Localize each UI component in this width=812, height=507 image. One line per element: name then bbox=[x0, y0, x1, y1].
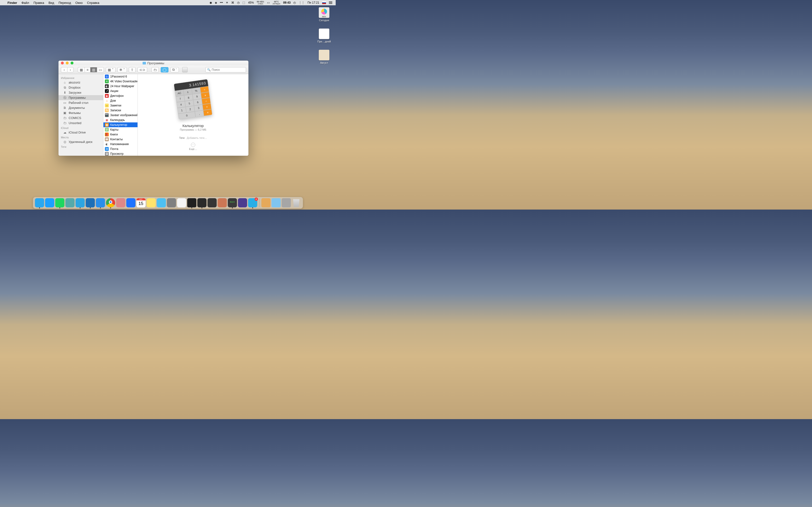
notification-center-icon[interactable] bbox=[327, 1, 334, 4]
sidebar-item-comics[interactable]: 🗀COMICS bbox=[58, 115, 103, 120]
view-gallery-button[interactable]: ▭ bbox=[97, 67, 104, 72]
view-list-button[interactable]: ≡ bbox=[85, 67, 90, 72]
forward-button[interactable]: › bbox=[67, 67, 73, 72]
status-battery-icon[interactable]: ▭ bbox=[266, 1, 271, 4]
drag-proxy-icon[interactable] bbox=[182, 67, 188, 72]
app-row[interactable]: ✉Почта bbox=[103, 147, 138, 151]
dock-app-spotify[interactable] bbox=[55, 198, 64, 207]
dock-app-appstore[interactable] bbox=[45, 198, 54, 207]
app-row[interactable]: ☎Контакты bbox=[103, 137, 138, 142]
status-clock-icon[interactable]: ◴ bbox=[292, 1, 297, 4]
tags-button[interactable]: ⊂⊃ bbox=[138, 67, 147, 72]
status-datetime[interactable]: Пн 17:21 bbox=[306, 1, 321, 4]
action-button[interactable]: ✻ ˅ bbox=[117, 67, 127, 72]
dock-app-notes[interactable] bbox=[146, 198, 156, 207]
sidebar-item-movies[interactable]: ▣Фильмы bbox=[58, 110, 103, 115]
dock-app-telegram[interactable] bbox=[75, 198, 85, 207]
sidebar-item-downloads[interactable]: ⬇Загрузки bbox=[58, 90, 103, 95]
new-folder-button[interactable]: 🗀 bbox=[152, 67, 159, 72]
status-netspeed[interactable]: 89 КБ/с 3 КБ/с bbox=[255, 1, 266, 5]
app-row[interactable]: ◐24 Hour Wallpaper bbox=[103, 84, 138, 89]
menu-edit[interactable]: Правка bbox=[32, 1, 46, 5]
status-creative-icon[interactable]: ⌘ bbox=[230, 1, 236, 4]
menu-window[interactable]: Окно bbox=[73, 1, 85, 5]
dock-app-terminal[interactable] bbox=[187, 198, 196, 207]
status-battery[interactable]: 45% bbox=[247, 1, 255, 4]
dock-app-calc-dock[interactable] bbox=[217, 198, 227, 207]
status-weather-icon[interactable]: ☀ bbox=[224, 1, 230, 4]
sidebar-item-home[interactable]: ⌂akozoriz bbox=[58, 80, 103, 85]
back-button[interactable]: ‹ bbox=[61, 67, 67, 72]
view-column-button[interactable]: ▥ bbox=[90, 67, 97, 72]
dock-folder2[interactable] bbox=[271, 198, 281, 207]
dock-app-1password[interactable] bbox=[126, 198, 135, 207]
finder-column-apps[interactable]: ①1Password 6 44K Video Downloader ◐24 Ho… bbox=[103, 74, 138, 156]
app-row[interactable]: 44K Video Downloader bbox=[103, 79, 138, 84]
app-row[interactable]: ◐Напоминания bbox=[103, 142, 138, 147]
menu-help[interactable]: Справка bbox=[85, 1, 101, 5]
dock-app-gp[interactable] bbox=[177, 198, 186, 207]
status-temp[interactable]: 68°C 2479rpm bbox=[271, 1, 282, 5]
search-field[interactable]: 🔍 bbox=[205, 67, 246, 72]
dock-trash[interactable] bbox=[292, 198, 301, 207]
sidebar-item-dropbox[interactable]: ⧉Dropbox bbox=[58, 85, 103, 90]
status-flag[interactable] bbox=[321, 1, 327, 4]
status-timer[interactable]: 09:43 bbox=[282, 1, 292, 4]
dock-app-istat[interactable]: 54,6 К bbox=[227, 198, 237, 207]
menu-file[interactable]: Файл bbox=[19, 1, 32, 5]
dock-app-mail-m[interactable] bbox=[96, 198, 105, 207]
dock-folder1[interactable] bbox=[261, 198, 270, 207]
dock-app-fire[interactable] bbox=[197, 198, 206, 207]
dock-app-lens[interactable] bbox=[207, 198, 216, 207]
sidebar-item-applications[interactable]: ⒶПрограммы bbox=[58, 95, 103, 100]
status-package-icon[interactable]: ⬚ bbox=[241, 1, 247, 4]
status-more-icon[interactable]: ••• bbox=[218, 1, 224, 4]
dock-app-tweetbot[interactable] bbox=[86, 198, 95, 207]
desktop-stack-today[interactable]: Сегодня bbox=[317, 7, 331, 22]
dock-app-photos[interactable] bbox=[116, 198, 125, 207]
sidebar-item-unsorted[interactable]: 🗀Unsorted bbox=[58, 120, 103, 125]
dock-app-settings[interactable] bbox=[167, 198, 176, 207]
app-row[interactable]: ①1Password 6 bbox=[103, 74, 138, 79]
menu-go[interactable]: Переход bbox=[56, 1, 73, 5]
app-name[interactable]: Finder bbox=[5, 1, 19, 5]
app-row[interactable]: ⚲Карты bbox=[103, 127, 138, 132]
window-titlebar[interactable]: Программы bbox=[58, 61, 248, 65]
dock-app-telegram2[interactable]: 4 bbox=[248, 198, 257, 207]
airdrop-button[interactable]: ◯ bbox=[161, 67, 168, 72]
status-wifi-icon[interactable]: ⋮⋮ bbox=[297, 1, 306, 4]
status-sync-icon[interactable]: ◷ bbox=[236, 1, 241, 4]
sidebar-item-documents[interactable]: 🗎Документы bbox=[58, 105, 103, 110]
dock-app-bookmark[interactable] bbox=[157, 198, 166, 207]
sidebar-item-desktop[interactable]: ▭Рабочий стол bbox=[58, 100, 103, 105]
sidebar-item-icloud[interactable]: ☁iCloud Drive bbox=[58, 130, 103, 135]
desktop-stack-aug[interactable]: Август bbox=[317, 50, 331, 64]
dock-folder3[interactable] bbox=[282, 198, 291, 207]
share-button[interactable]: ⇪ bbox=[129, 67, 136, 72]
status-record-icon[interactable]: ◉ bbox=[208, 1, 213, 4]
app-row[interactable]: ↗Акции bbox=[103, 89, 138, 94]
status-fire-icon[interactable]: ◈ bbox=[213, 1, 218, 4]
app-row[interactable]: 📷Захват изображений bbox=[103, 113, 138, 118]
app-row[interactable]: 📕Книги bbox=[103, 132, 138, 137]
search-input[interactable] bbox=[212, 68, 248, 71]
preview-more[interactable]: ⋯ Еще… bbox=[189, 143, 197, 151]
app-row[interactable]: ✎Записки bbox=[103, 108, 138, 113]
sidebar-item-remote[interactable]: ◎Удаленный диск bbox=[58, 139, 103, 145]
dock-app-eclipse[interactable] bbox=[238, 198, 247, 207]
app-row[interactable]: ◉Диктофон bbox=[103, 94, 138, 98]
view-icon-button[interactable]: ▦ bbox=[78, 67, 85, 72]
app-row[interactable]: ▦Календарь bbox=[103, 118, 138, 122]
app-row-selected[interactable]: ▦Калькулятор bbox=[103, 122, 138, 127]
dock-app-finder[interactable] bbox=[35, 198, 44, 207]
desktop-stack-prev[interactable]: Пре…дней bbox=[317, 29, 331, 43]
app-row[interactable]: ▭Заметки bbox=[103, 103, 138, 108]
app-row[interactable]: ⌂Дом bbox=[103, 98, 138, 103]
arrange-button[interactable]: ▦ ˅ bbox=[106, 67, 115, 72]
dock-app-preview[interactable] bbox=[65, 198, 74, 207]
dock-app-chrome[interactable] bbox=[106, 198, 115, 207]
dropbox-button[interactable]: ⧉ ˅ bbox=[170, 67, 179, 72]
preview-tags[interactable]: Теги Добавить теги… bbox=[179, 136, 207, 139]
menu-view[interactable]: Вид bbox=[46, 1, 57, 5]
app-row[interactable]: 🖼Просмотр bbox=[103, 151, 138, 156]
